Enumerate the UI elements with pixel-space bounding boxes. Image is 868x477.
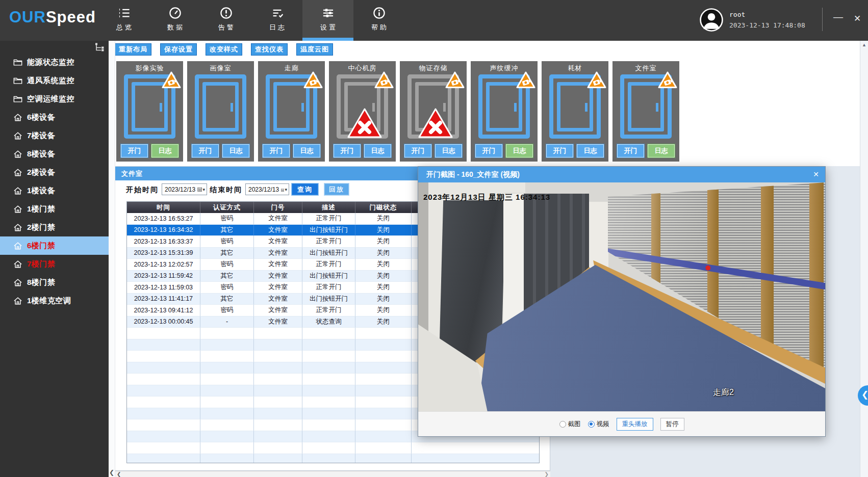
scroll-left-icon[interactable]: ❮	[117, 471, 121, 477]
sidebar-item-8楼门禁[interactable]: 8楼门禁	[0, 273, 109, 292]
sidebar-item-1楼设备[interactable]: 1楼设备	[0, 181, 109, 200]
nav-item-设置[interactable]: 设置	[302, 0, 353, 41]
nav-item-数据[interactable]: 数据	[149, 0, 200, 41]
toolbar-button-温度云图[interactable]: 温度云图	[296, 43, 333, 56]
log-button[interactable]: 日志	[577, 144, 604, 157]
close-button[interactable]: ✕	[854, 13, 861, 24]
open-door-button[interactable]: 开门	[617, 144, 644, 157]
nav-item-帮助[interactable]: 帮助	[353, 0, 404, 41]
video-radio-label: 视频	[597, 420, 609, 429]
end-time-label: 结束时间	[210, 186, 242, 195]
horizontal-scrollbar[interactable]: ❮ ❯	[115, 471, 550, 477]
avatar[interactable]	[700, 8, 723, 32]
sidebar: 能源状态监控通风系统监控空调运维监控6楼设备7楼设备8楼设备2楼设备1楼设备1楼…	[0, 41, 109, 477]
collapse-left-icon[interactable]: ❮	[109, 469, 114, 476]
query-button[interactable]: 查询	[292, 183, 318, 195]
table-cell	[254, 351, 302, 362]
sidebar-item-1楼门禁[interactable]: 1楼门禁	[0, 200, 109, 218]
open-door-button[interactable]: 开门	[263, 144, 290, 157]
sidebar-item-6楼设备[interactable]: 6楼设备	[0, 108, 109, 126]
sidebar-item-label: 8楼设备	[27, 149, 55, 159]
vertical-scrollbar[interactable]: ▲	[860, 41, 868, 477]
scroll-right-icon[interactable]: ❯	[545, 471, 549, 477]
sidebar-item-能源状态监控[interactable]: 能源状态监控	[0, 53, 109, 71]
toolbar-button-重新布局[interactable]: 重新布局	[115, 43, 151, 56]
table-cell	[302, 385, 355, 397]
table-header-cell: 认证方式	[200, 202, 254, 213]
table-cell: 2023-12-13 11:59:03	[127, 282, 200, 294]
tree-toggle-icon[interactable]	[94, 42, 106, 52]
toolbar-button-改变样式[interactable]: 改变样式	[206, 43, 242, 56]
modal-title: 开门截图 - 160_文件室 (视频)	[418, 167, 825, 182]
application-window: OURSpeed 总览数据告警日志设置帮助 root 2023-12-13 17…	[0, 0, 868, 477]
video-timestamp-overlay: 2023年12月13日 星期三 16:34:13	[423, 193, 550, 202]
open-door-button[interactable]: 开门	[192, 144, 219, 157]
start-date-input[interactable]: 2023/12/13 ▾	[162, 183, 207, 195]
table-cell	[200, 374, 254, 385]
pause-button[interactable]: 暂停	[660, 418, 684, 431]
log-button[interactable]: 日志	[435, 144, 462, 157]
door-card-buttons: 开门日志	[546, 144, 604, 157]
video-radio[interactable]: 视频	[588, 420, 609, 429]
nav-item-日志[interactable]: 日志	[251, 0, 302, 41]
open-door-button[interactable]: 开门	[404, 144, 431, 157]
nav-item-总览[interactable]: 总览	[98, 0, 149, 41]
sidebar-item-8楼设备[interactable]: 8楼设备	[0, 145, 109, 163]
door-icon-inner	[628, 82, 664, 131]
sidebar-item-7楼门禁[interactable]: 7楼门禁	[0, 255, 109, 273]
sidebar-item-1楼维克空调[interactable]: 1楼维克空调	[0, 292, 109, 310]
nav-label: 帮助	[369, 23, 389, 32]
table-cell: 密码	[200, 236, 254, 248]
table-cell	[355, 431, 412, 443]
alarm-icon	[219, 6, 233, 20]
sidebar-item-2楼门禁[interactable]: 2楼门禁	[0, 218, 109, 236]
open-door-button[interactable]: 开门	[121, 144, 148, 157]
log-button[interactable]: 日志	[648, 144, 675, 157]
open-door-button[interactable]: 开门	[546, 144, 573, 157]
nav-item-告警[interactable]: 告警	[200, 0, 251, 41]
table-cell	[200, 408, 254, 420]
table-cell: 正常开门	[302, 305, 355, 316]
table-header-cell: 描述	[302, 202, 355, 213]
playback-button[interactable]: 回放	[324, 183, 349, 195]
log-button[interactable]: 日志	[506, 144, 533, 157]
replay-button[interactable]: 重头播放	[617, 418, 653, 431]
sidebar-item-通风系统监控[interactable]: 通风系统监控	[0, 71, 109, 90]
open-door-button[interactable]: 开门	[334, 144, 361, 157]
sidebar-item-label: 通风系统监控	[27, 76, 74, 86]
table-cell	[127, 339, 200, 351]
door-card-画像室: 画像室开门日志	[187, 61, 254, 162]
sidebar-item-2楼设备[interactable]: 2楼设备	[0, 163, 109, 181]
active-tab-underline	[302, 38, 353, 41]
table-cell: 文件室	[254, 213, 302, 225]
table-cell: 其它	[200, 294, 254, 305]
door-card-buttons: 开门日志	[475, 144, 533, 157]
log-button[interactable]: 日志	[364, 144, 391, 157]
nav-label: 总览	[114, 23, 134, 32]
table-cell	[412, 442, 540, 454]
sidebar-item-6楼门禁[interactable]: 6楼门禁	[0, 236, 109, 255]
table-cell: 密码	[200, 259, 254, 271]
sidebar-item-7楼设备[interactable]: 7楼设备	[0, 126, 109, 145]
toolbar-button-保存设置[interactable]: 保存设置	[160, 43, 197, 56]
table-cell	[302, 351, 355, 362]
table-empty-row	[127, 442, 539, 454]
camera-alarm-icon	[657, 71, 678, 89]
modal-close-icon[interactable]: ✕	[813, 170, 819, 178]
toolbar-button-查找仪表[interactable]: 查找仪表	[251, 43, 288, 56]
end-date-input[interactable]: 2023/12/13 ▾	[245, 183, 289, 195]
table-cell	[302, 454, 355, 464]
minimize-button[interactable]: —	[833, 11, 843, 22]
door-icon-inner	[557, 82, 593, 131]
calendar-icon	[197, 187, 202, 193]
scroll-up-icon[interactable]: ▲	[862, 42, 866, 47]
log-button[interactable]: 日志	[151, 144, 178, 157]
table-cell	[355, 362, 412, 374]
log-button[interactable]: 日志	[222, 144, 249, 157]
sidebar-item-空调运维监控[interactable]: 空调运维监控	[0, 90, 109, 108]
table-cell	[127, 431, 200, 443]
dropdown-arrow-icon: ▾	[285, 187, 287, 192]
snapshot-radio[interactable]: 截图	[559, 420, 581, 429]
open-door-button[interactable]: 开门	[475, 144, 502, 157]
log-button[interactable]: 日志	[293, 144, 320, 157]
